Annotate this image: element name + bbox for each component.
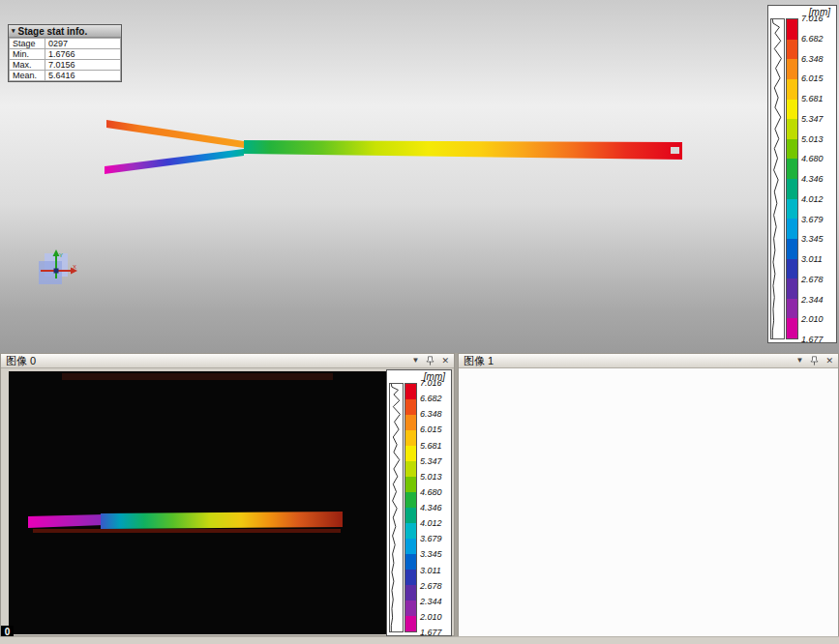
color-segment <box>787 318 797 338</box>
panel-header-image0[interactable]: 图像 0 ▼ ✕ <box>1 354 454 368</box>
pin-icon[interactable] <box>426 356 434 366</box>
color-segment <box>787 278 797 299</box>
color-segment <box>787 79 797 100</box>
panel-title: 图像 0 <box>6 354 412 368</box>
color-segment <box>787 179 797 199</box>
image1-view[interactable] <box>459 368 838 636</box>
histogram <box>389 383 404 632</box>
close-icon[interactable]: ✕ <box>825 357 833 366</box>
legend-tick-label: 4.012 <box>420 519 442 528</box>
chevron-down-icon[interactable]: ▼ <box>796 357 804 365</box>
color-segment <box>405 399 416 415</box>
viewport-3d[interactable]: ▾ Stage stat info. Stage 0297 Min. 1.676… <box>0 0 839 353</box>
panel-image0: 图像 0 ▼ ✕ <box>0 353 455 636</box>
legend-tick-label: 3.679 <box>801 215 824 223</box>
color-segment <box>405 585 416 600</box>
color-legend: [mm] 7.0166.6826.3486.0155.6815.3475.013… <box>767 5 837 343</box>
color-segment <box>787 100 797 120</box>
color-segment <box>405 616 416 631</box>
color-segment <box>787 139 797 160</box>
stage-stat-header[interactable]: ▾ Stage stat info. <box>9 25 121 38</box>
specimen-colormap <box>0 0 839 353</box>
stage-stat-table: Stage 0297 Min. 1.6766 Max. 7.0156 Mean.… <box>9 38 121 81</box>
legend-tick-label: 5.347 <box>801 114 824 123</box>
stat-value: 5.6416 <box>45 71 121 81</box>
color-legend: [mm] 7.0166.6826.3486.0155.6815.3475.013… <box>386 369 452 636</box>
color-segment <box>787 259 797 279</box>
table-row: Max. 7.0156 <box>10 60 121 71</box>
color-segment <box>405 570 416 585</box>
stage-stat-panel: ▾ Stage stat info. Stage 0297 Min. 1.676… <box>8 24 122 82</box>
legend-tick-label: 7.016 <box>420 379 442 388</box>
legend-tick-label: 3.011 <box>801 255 823 264</box>
legend-tick-label: 3.345 <box>801 235 824 244</box>
legend-tick-label: 5.681 <box>801 95 824 103</box>
collapse-triangle-icon[interactable]: ▾ <box>12 27 15 35</box>
legend-tick-label: 5.013 <box>420 472 442 481</box>
chevron-down-icon[interactable]: ▼ <box>412 357 420 365</box>
table-row: Min. 1.6766 <box>10 49 121 60</box>
legend-tick-label: 4.012 <box>801 194 824 203</box>
image0-view[interactable]: [mm] 7.0166.6826.3486.0155.6815.3475.013… <box>1 368 454 636</box>
color-segment <box>405 384 416 399</box>
color-segment <box>405 461 416 477</box>
status-bar <box>0 636 839 644</box>
color-segment <box>405 600 416 616</box>
color-segment <box>405 430 416 446</box>
pin-icon[interactable] <box>810 356 819 366</box>
tick-labels: 7.0166.6826.3486.0155.6815.3475.0134.680… <box>417 383 449 632</box>
color-segment <box>405 446 416 461</box>
table-row: Stage 0297 <box>10 39 121 49</box>
legend-tick-label: 6.015 <box>801 74 824 83</box>
panel-image1: 图像 1 ▼ ✕ <box>458 353 839 636</box>
color-segment <box>787 199 797 220</box>
legend-tick-label: 2.010 <box>420 612 442 621</box>
x-axis-label: X <box>73 264 76 270</box>
panel-title: 图像 1 <box>464 354 796 368</box>
tick-labels: 7.0166.6826.3486.0155.6815.3475.0134.680… <box>798 18 834 339</box>
color-segment <box>405 477 416 492</box>
stat-label: Max. <box>10 60 45 71</box>
color-segment <box>787 119 797 139</box>
color-segment <box>405 492 416 508</box>
color-segment <box>787 59 797 79</box>
legend-tick-label: 2.678 <box>801 275 824 283</box>
color-segment <box>405 539 416 554</box>
application-window: ▾ Stage stat info. Stage 0297 Min. 1.676… <box>0 0 839 644</box>
stat-label: Stage <box>10 39 45 49</box>
legend-tick-label: 3.345 <box>420 550 442 559</box>
color-segment <box>405 508 416 523</box>
legend-tick-label: 4.680 <box>801 155 824 163</box>
color-segment <box>787 159 797 179</box>
color-segment <box>787 19 797 40</box>
stat-value: 7.0156 <box>45 60 121 71</box>
color-segment <box>787 219 797 239</box>
legend-tick-label: 4.346 <box>420 504 442 512</box>
axis-triad-icon[interactable]: X Y <box>35 249 79 292</box>
legend-tick-label: 6.682 <box>420 395 442 403</box>
legend-tick-label: 5.681 <box>420 441 442 450</box>
legend-tick-label: 6.348 <box>420 410 442 419</box>
legend-tick-label: 4.346 <box>801 175 824 184</box>
stat-label: Mean. <box>10 71 45 81</box>
legend-tick-label: 5.347 <box>420 456 442 465</box>
color-bar <box>405 383 417 632</box>
close-icon[interactable]: ✕ <box>441 357 449 366</box>
color-segment <box>405 523 416 539</box>
stat-value: 0297 <box>45 39 121 49</box>
camera-image[interactable] <box>9 371 386 634</box>
color-segment <box>405 415 416 430</box>
legend-tick-label: 5.013 <box>801 134 824 143</box>
color-bar <box>786 18 798 339</box>
legend-tick-label: 2.678 <box>420 581 442 590</box>
table-row: Mean. 5.6416 <box>10 71 121 81</box>
legend-tick-label: 2.344 <box>420 597 442 605</box>
legend-tick-label: 2.344 <box>801 295 824 304</box>
legend-tick-label: 3.011 <box>420 566 441 574</box>
legend-tick-label: 6.682 <box>801 34 824 43</box>
histogram <box>770 18 785 339</box>
panel-header-image1[interactable]: 图像 1 ▼ ✕ <box>459 354 838 368</box>
legend-tick-label: 4.680 <box>420 487 442 496</box>
legend-tick-label: 3.679 <box>420 535 442 543</box>
color-segment <box>787 299 797 319</box>
